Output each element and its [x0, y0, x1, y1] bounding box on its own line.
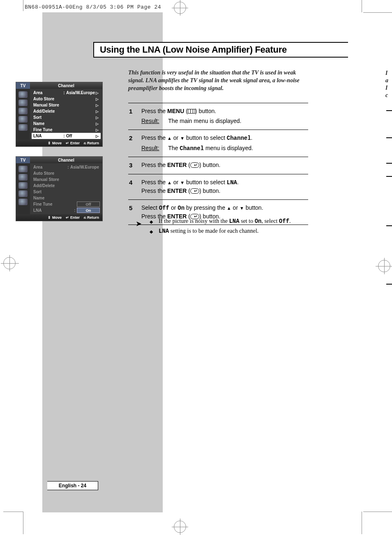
- note-pointer-icon: ➤: [136, 219, 142, 228]
- osd-row-finetune: Fine Tune Off: [30, 201, 102, 207]
- note-text: set to: [240, 218, 255, 224]
- step-mono: Channel: [227, 135, 251, 141]
- return-icon: ⎌: [84, 215, 86, 220]
- osd-row-adddelete: Add/Delete: [30, 183, 102, 189]
- osd-icon-column: [16, 89, 30, 140]
- step-bold: ENTER: [167, 188, 187, 194]
- osd-value: Asia/W.Europe: [70, 165, 100, 169]
- step-text: or: [231, 204, 240, 211]
- osd-icon: [18, 182, 28, 189]
- osd-value: Off: [66, 134, 96, 138]
- osd-footer-return: Return: [87, 215, 99, 220]
- step-bold: ENTER: [167, 162, 187, 168]
- note-mono: Off: [279, 218, 289, 225]
- step-text: Press the: [141, 162, 167, 168]
- edge-cut-text: a: [385, 77, 388, 84]
- osd-arrow-icon: ▷: [96, 103, 100, 107]
- note-text: If the picture is noisy with the: [159, 218, 229, 224]
- step-2: 2 Press the or button to select Channel.…: [128, 130, 308, 157]
- enter-icon: ↵: [66, 141, 69, 145]
- edge-cut-text: c: [385, 92, 388, 99]
- result-mono: Channel: [180, 145, 204, 152]
- result-text: The: [168, 145, 180, 151]
- bullet-icon: [150, 228, 159, 234]
- osd-icon: [18, 91, 28, 98]
- osd-row-area: Area : Asia/W.Europe: [30, 164, 102, 170]
- result-text: menu is displayed.: [204, 145, 253, 151]
- menu-button-icon: [188, 109, 195, 113]
- step-text: .: [237, 179, 239, 185]
- osd-label: Auto Store: [33, 97, 96, 101]
- osd-footer-return: Return: [87, 141, 99, 145]
- osd-colon: :: [62, 134, 66, 138]
- step-number: 4: [128, 178, 141, 195]
- osd-arrow-icon: ▷: [96, 122, 100, 126]
- note-text: , select: [261, 218, 279, 224]
- osd-colon: :: [62, 90, 66, 95]
- return-icon: ⎌: [84, 141, 86, 145]
- step-number: 1: [128, 107, 141, 125]
- step-text: .: [251, 134, 253, 141]
- osd-footer: ⇕Move ↵Enter ⎌Return: [16, 214, 102, 221]
- osd-label: Add/Delete: [33, 109, 96, 113]
- osd-icon-column: [16, 163, 30, 214]
- updown-icon: ⇕: [48, 141, 51, 145]
- osd-screenshot-2: TV Channel Area : Asia/W.Europe Auto Sto…: [16, 156, 103, 221]
- edge-cut-dash: [386, 284, 392, 285]
- step-text: button.: [244, 204, 263, 211]
- step-text: (: [187, 162, 190, 168]
- osd-icon: [18, 100, 28, 106]
- osd-row-manualstore: Manual Store: [30, 176, 102, 183]
- step-mono: Off: [159, 205, 169, 211]
- edge-cut-text: I: [385, 85, 387, 91]
- step-text: (: [184, 108, 188, 114]
- edge-cut-dash: [386, 110, 392, 111]
- step-text: Press the: [141, 108, 167, 114]
- osd-label: Area: [33, 90, 62, 95]
- step-4: 4 Press the or button to select LNA. Pre…: [128, 174, 308, 199]
- osd-title: Channel: [30, 157, 102, 163]
- osd-icon: [18, 166, 28, 172]
- osd-row-sort: Sort ▷: [30, 114, 102, 120]
- edge-cut-dash: [386, 225, 392, 226]
- osd-row-name: Name: [30, 195, 102, 201]
- osd-label: Fine Tune: [33, 202, 77, 206]
- up-arrow-icon: [167, 179, 172, 185]
- osd-arrow-icon: ▷: [96, 91, 100, 95]
- up-arrow-icon: [227, 204, 231, 211]
- osd-label: LNA: [33, 134, 62, 138]
- section-title: Using the LNA (Low Noise Amplifier) Feat…: [100, 44, 287, 55]
- edge-cut-dash: [386, 176, 392, 177]
- osd-screenshot-1: TV Channel Area : Asia/W.Europe ▷ Auto S…: [16, 82, 103, 147]
- step-number: 2: [128, 134, 141, 153]
- step-text: button to select: [184, 179, 227, 185]
- osd-label: Add/Delete: [33, 183, 100, 188]
- note-2: LNA setting is to be made for each chann…: [150, 228, 315, 234]
- step-body: Press the ENTER () button.: [141, 161, 308, 170]
- step-text: Select: [141, 204, 159, 211]
- step-bold: MENU: [167, 108, 184, 114]
- osd-colon: :: [66, 165, 70, 169]
- down-arrow-icon: [240, 204, 244, 211]
- osd-label: Sort: [33, 115, 96, 120]
- osd-row-area: Area : Asia/W.Europe ▷: [30, 90, 102, 96]
- osd-icon: [18, 190, 28, 197]
- step-text: (: [187, 188, 190, 194]
- step-text: ) button.: [199, 162, 220, 168]
- edge-cut-dash: [386, 137, 392, 138]
- enter-button-icon: [190, 188, 199, 194]
- osd-footer-move: Move: [52, 215, 62, 220]
- osd-icon: [18, 124, 28, 131]
- osd-footer: ⇕Move ↵Enter ⎌Return: [16, 140, 102, 146]
- osd-icon: [18, 174, 28, 181]
- osd-tab-tv: TV: [16, 82, 30, 89]
- step-text: Press the: [141, 179, 167, 185]
- step-mono: LNA: [227, 179, 237, 186]
- edge-cut-dash: [386, 163, 392, 164]
- step-mono: On: [178, 205, 184, 211]
- osd-label: Name: [33, 121, 96, 126]
- step-text: button to select: [184, 134, 227, 141]
- result-label: Result:: [141, 145, 159, 151]
- osd-sub-option-on-selected: On: [77, 208, 100, 213]
- osd-label: Name: [33, 196, 100, 200]
